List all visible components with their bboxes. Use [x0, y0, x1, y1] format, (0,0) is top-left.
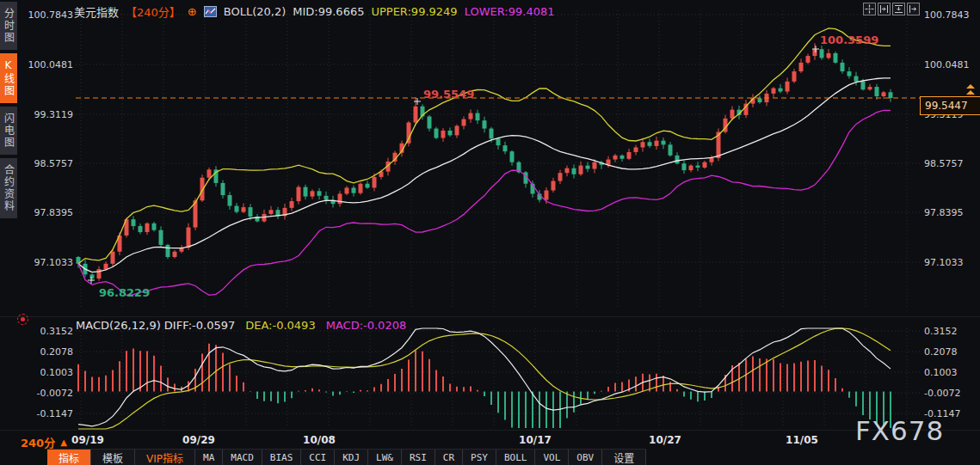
macd-axis-label: -0.1147 [37, 408, 73, 419]
sidebar: 分时图K线图闪电图合约资料 [0, 0, 17, 465]
toolbar-button-9[interactable]: LW& [368, 450, 402, 465]
period-label: 【240分】 [126, 3, 181, 20]
sidebar-item-2[interactable]: K线图 [0, 53, 17, 103]
toolbar-button-13[interactable]: BOLL [496, 450, 536, 465]
shift-right-icon[interactable] [907, 3, 920, 15]
x-axis-label: 10/27 [649, 434, 681, 446]
watermark: FX678 [855, 415, 944, 446]
chart-window: 100.7843100.7843100.0481100.048199.31199… [0, 0, 980, 465]
extreme-marker [414, 98, 421, 105]
scroll-latest-icon[interactable] [965, 83, 976, 95]
chart-tool-icons [863, 3, 920, 15]
toolbar-button-7[interactable]: CCI [301, 450, 335, 465]
boll-lower-value: LOWER:99.4081 [465, 5, 555, 18]
price-axis-label: 100.7843 [924, 9, 970, 21]
x-axis-label: 11/05 [786, 434, 818, 446]
price-axis-label: 100.0481 [924, 59, 970, 70]
price-axis-label: 98.5757 [924, 158, 964, 169]
macd-axis-label: -0.0072 [924, 388, 960, 399]
price-axis-label: 97.8395 [924, 207, 964, 218]
price-axis-label: 100.0481 [28, 59, 74, 70]
price-axis-label: 98.5757 [34, 158, 74, 169]
chart-type-icon[interactable] [204, 6, 217, 17]
toolbar-button-16[interactable]: 设置 [602, 450, 646, 465]
chart-header: 美元指数 【240分】 ⊕ BOLL(20,2) MID:99.6665 UPP… [74, 3, 555, 20]
price-annotation: 100.3599 [820, 34, 878, 46]
toolbar-button-3[interactable]: VIP指标 [135, 450, 195, 465]
sidebar-item-1[interactable]: 分时图 [0, 2, 17, 50]
sidebar-item-4[interactable]: 合约资料 [0, 158, 17, 218]
macd-bar-value: MACD:-0.0208 [326, 319, 407, 332]
toolbar-button-12[interactable]: PSY [463, 450, 496, 465]
boll-upper-value: UPPER:99.9249 [371, 5, 457, 18]
toolbar-button-11[interactable]: CR [435, 450, 463, 465]
macd-histogram [78, 344, 891, 428]
toolbar-button-6[interactable]: BIAS [262, 450, 302, 465]
indicator-toolbar: 指标模板VIP指标MAMACDBIASCCIKDJLW&RSICRPSYBOLL… [47, 449, 646, 465]
macd-axis-label: 0.1003 [40, 367, 74, 378]
boll-upper-line [78, 28, 891, 264]
last-price-tag: 99.5447 [920, 96, 980, 115]
macd-axis-label: 0.3152 [40, 326, 74, 337]
compress-y-icon[interactable] [878, 3, 891, 15]
price-annotation: 99.5549 [423, 88, 474, 101]
macd-axis-label: 0.2078 [924, 346, 958, 358]
timeframe-arrow-icon: ▲ [60, 437, 67, 447]
sidebar-item-3[interactable]: 闪电图 [0, 107, 17, 155]
macd-diff-value: MACD(26,12,9) DIFF:-0.0597 [76, 319, 235, 332]
add-icon[interactable]: ⊕ [188, 5, 197, 18]
candles-layer [77, 43, 893, 281]
toolbar-button-5[interactable]: MACD [223, 450, 262, 465]
price-axis-label: 97.8395 [34, 207, 74, 218]
price-axis-label: 97.1033 [924, 257, 964, 268]
macd-axis-label: 0.2078 [40, 346, 74, 358]
x-axis-label: 10/17 [519, 434, 552, 446]
toolbar-button-15[interactable]: OBV [569, 450, 602, 465]
boll-mid-line [78, 78, 891, 272]
x-axis-label: 09/19 [71, 434, 104, 446]
symbol-name: 美元指数 [74, 3, 119, 20]
boll-mid-value: MID:99.6665 [293, 5, 364, 18]
x-axis-label: 10/08 [303, 434, 336, 446]
price-axis-label: 99.3119 [34, 109, 74, 120]
toolbar-button-8[interactable]: KDJ [335, 450, 368, 465]
alert-icon[interactable] [17, 314, 28, 325]
boll-label: BOLL(20,2) [224, 5, 287, 18]
toolbar-button-4[interactable]: MA [195, 450, 223, 465]
price-axis-label: 97.1033 [34, 257, 74, 268]
macd-header: MACD(26,12,9) DIFF:-0.0597 DEA:-0.0493 M… [76, 319, 406, 332]
toolbar-button-2[interactable]: 模板 [91, 450, 135, 465]
macd-dea-value: DEA:-0.0493 [245, 319, 315, 332]
chart-canvas[interactable]: 100.7843100.7843100.0481100.048199.31199… [0, 0, 980, 465]
macd-diff-line [78, 328, 891, 426]
price-annotation: 96.8229 [99, 286, 150, 299]
macd-axis-label: 0.1003 [924, 367, 958, 378]
compress-x-icon[interactable] [892, 3, 905, 15]
toolbar-button-10[interactable]: RSI [402, 450, 435, 465]
toolbar-button-1[interactable]: 指标 [47, 450, 91, 465]
last-price-value: 99.5447 [925, 100, 968, 112]
toolbar-button-14[interactable]: VOL [535, 450, 569, 465]
x-axis-label: 09/29 [182, 434, 215, 446]
macd-axis-label: 0.3152 [924, 326, 958, 337]
price-axis-label: 100.7843 [28, 9, 74, 21]
macd-axis-label: -0.0072 [37, 388, 73, 399]
boll-lower-line [78, 110, 891, 295]
pan-tool-icon[interactable] [863, 3, 876, 15]
